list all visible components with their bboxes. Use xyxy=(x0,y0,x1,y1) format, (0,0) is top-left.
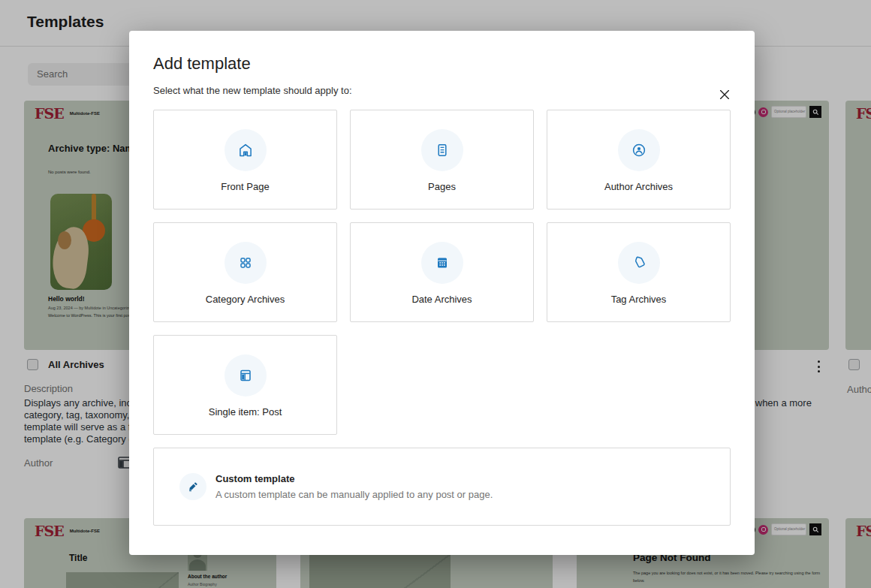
custom-template-title: Custom template xyxy=(215,473,493,484)
option-label: Author Archives xyxy=(604,181,673,192)
option-date-archives[interactable]: Date Archives xyxy=(350,222,534,322)
option-front-page[interactable]: Front Page xyxy=(153,110,337,210)
option-custom-template[interactable]: Custom template A custom template can be… xyxy=(153,448,731,526)
pencil-icon xyxy=(179,473,206,500)
layout-icon xyxy=(225,354,267,397)
template-options-grid: Front Page Pages Author Archives Categor… xyxy=(153,110,731,435)
option-category-archives[interactable]: Category Archives xyxy=(153,222,337,322)
author-icon xyxy=(618,129,660,171)
tag-icon xyxy=(618,242,660,284)
option-single-item-post[interactable]: Single item: Post xyxy=(153,335,337,435)
document-icon xyxy=(421,129,463,171)
option-author-archives[interactable]: Author Archives xyxy=(547,110,731,210)
modal-title: Add template xyxy=(153,54,731,74)
option-pages[interactable]: Pages xyxy=(350,110,534,210)
option-label: Date Archives xyxy=(411,294,472,305)
home-icon xyxy=(225,129,267,171)
custom-template-description: A custom template can be manually applie… xyxy=(215,489,493,500)
category-grid-icon xyxy=(225,242,267,284)
option-label: Single item: Post xyxy=(209,406,282,418)
calendar-icon xyxy=(421,242,463,284)
option-label: Category Archives xyxy=(206,294,285,305)
modal-subtitle: Select what the new template should appl… xyxy=(153,85,731,96)
close-icon[interactable] xyxy=(714,84,735,105)
option-label: Pages xyxy=(428,181,456,192)
option-label: Tag Archives xyxy=(611,294,667,305)
option-label: Front Page xyxy=(221,181,269,192)
add-template-modal: Add template Select what the new templat… xyxy=(129,31,755,555)
option-tag-archives[interactable]: Tag Archives xyxy=(547,222,731,322)
